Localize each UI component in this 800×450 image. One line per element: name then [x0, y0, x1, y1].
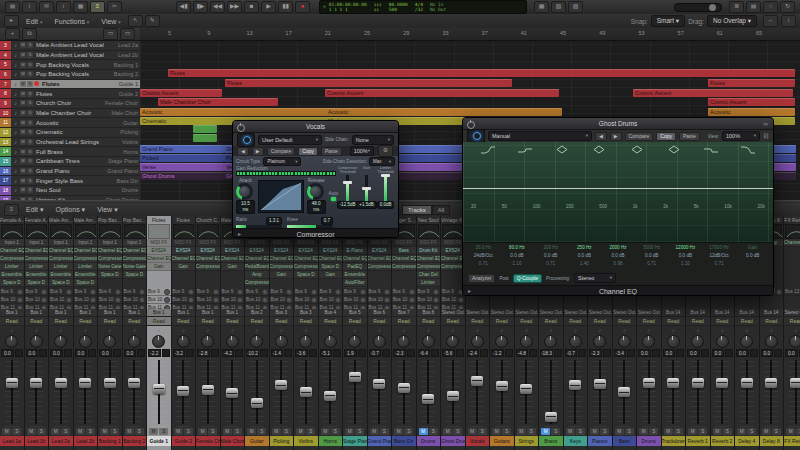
strip-fader[interactable]: [319, 357, 343, 427]
strip-channel-name[interactable]: Reverb 1: [686, 436, 710, 446]
strip-output-slot[interactable]: Bus 14: [662, 309, 686, 317]
pan-knob[interactable]: [789, 335, 800, 348]
pan-knob[interactable]: [152, 335, 165, 348]
volume-value[interactable]: -6.4: [418, 349, 431, 357]
strip-fader[interactable]: [0, 357, 24, 427]
strip-channel-name[interactable]: Lead 2b: [74, 436, 98, 446]
strip-automation-mode[interactable]: Read: [98, 317, 122, 326]
eq-band-q[interactable]: 1.10: [501, 260, 534, 268]
strip-channel-name[interactable]: Keys: [564, 436, 588, 446]
strip-automation-mode[interactable]: Read: [637, 317, 661, 326]
eq-band-frequency[interactable]: 250 Hz: [568, 244, 601, 252]
strip-send-slot[interactable]: Bus 10: [368, 296, 392, 304]
track-solo-button[interactable]: S: [27, 91, 33, 97]
strip-output-slot[interactable]: Bus 14: [760, 309, 784, 317]
add-track-button[interactable]: +: [5, 28, 20, 40]
strip-solo-button[interactable]: S: [625, 428, 634, 435]
strip-channel-name[interactable]: Vocals: [466, 436, 490, 446]
strip-input-slot[interactable]: Input 1: [98, 239, 122, 247]
strip-channel-name[interactable]: Delay 4: [735, 436, 759, 446]
strip-send-slot[interactable]: Bus 10: [392, 296, 416, 304]
strip-channel-name[interactable]: Pianos: [588, 436, 612, 446]
strip-insert-slot[interactable]: Channel EQ: [784, 239, 800, 247]
strip-fader[interactable]: [245, 357, 269, 427]
volume-value[interactable]: 0.0: [50, 349, 63, 357]
strip-output-slot[interactable]: Stereo Out: [784, 309, 800, 317]
track-solo-button[interactable]: S: [27, 62, 33, 68]
lcd-time[interactable]: 01:00:00:00.001 1 1 1: [329, 2, 367, 13]
strip-mute-button[interactable]: M: [247, 428, 256, 435]
strip-output-slot[interactable]: Stereo Out: [490, 309, 514, 317]
strip-instrument-slot[interactable]: E-Piano: [343, 247, 367, 255]
strip-automation-mode[interactable]: Read: [613, 317, 637, 326]
arrange-region[interactable]: Flutes: [225, 79, 512, 87]
strip-solo-button[interactable]: S: [429, 428, 438, 435]
send-knob[interactable]: [115, 297, 121, 303]
strip-solo-button[interactable]: S: [649, 428, 658, 435]
strip-automation-mode[interactable]: Read: [686, 317, 710, 326]
strip-insert-slot[interactable]: Compressor: [74, 255, 98, 263]
volume-value[interactable]: 0.0: [712, 349, 725, 357]
strip-fader[interactable]: [441, 357, 465, 427]
strip-insert-slot[interactable]: Space D: [74, 279, 98, 287]
strip-mute-button[interactable]: M: [370, 428, 379, 435]
fader-cap[interactable]: [741, 378, 753, 388]
strip-insert-slot[interactable]: Space D: [49, 279, 73, 287]
strip-instrument-slot[interactable]: EXS24: [294, 247, 318, 255]
strip-channel-name[interactable]: Grand Piano: [368, 436, 392, 446]
eq-band-gain[interactable]: 0.0 dB: [669, 252, 702, 260]
strip-fader[interactable]: [539, 357, 563, 427]
track-mute-button[interactable]: M: [20, 187, 26, 193]
master-volume-knob[interactable]: [709, 4, 716, 11]
strip-output-slot[interactable]: Bus 4: [319, 309, 343, 317]
track-solo-button[interactable]: S: [27, 71, 33, 77]
strip-eq-thumbnail[interactable]: [148, 224, 170, 239]
strip-send-slot[interactable]: Bus 9: [123, 288, 147, 296]
comp-sidechain-icon[interactable]: ⚙: [378, 145, 393, 157]
strip-solo-button[interactable]: S: [600, 428, 609, 435]
strip-solo-button[interactable]: S: [551, 428, 560, 435]
zoom-h-icon[interactable]: ↔: [763, 15, 778, 27]
strip-channel-name[interactable]: Picking: [270, 436, 294, 446]
eq-band-gain[interactable]: 0.0 dB: [501, 252, 534, 260]
mixer-channel-strip[interactable]: Finger S…MIDI FXBassChannel EQCompressor…: [392, 216, 417, 450]
strip-solo-button[interactable]: S: [723, 428, 732, 435]
track-mute-button[interactable]: M: [20, 168, 26, 174]
strip-channel-name[interactable]: Lead 2a: [49, 436, 73, 446]
pan-knob[interactable]: [667, 335, 680, 348]
strip-mute-button[interactable]: M: [468, 428, 477, 435]
strip-channel-name[interactable]: Drums: [637, 436, 661, 446]
fader-cap[interactable]: [373, 379, 385, 389]
pan-knob[interactable]: [397, 335, 410, 348]
comp-release-knob[interactable]: [307, 183, 324, 200]
strip-insert-slot[interactable]: Gain: [147, 263, 171, 271]
eq-analyzer-mode[interactable]: Post: [499, 276, 508, 281]
strip-eq-thumbnail[interactable]: [1, 224, 23, 239]
strip-fader[interactable]: [711, 357, 735, 427]
strip-channel-name[interactable]: Bass Gtr: [392, 436, 416, 446]
bar-ruler[interactable]: 591317212529333741454953576165: [140, 28, 800, 41]
track-solo-button[interactable]: S: [27, 168, 33, 174]
comp-slider-track[interactable]: [365, 175, 368, 201]
strip-solo-button[interactable]: S: [502, 428, 511, 435]
pan-knob[interactable]: [422, 335, 435, 348]
strip-automation-mode[interactable]: Read: [588, 317, 612, 326]
pan-knob[interactable]: [593, 335, 606, 348]
strip-instrument-slot[interactable]: Drum Kit: [417, 247, 441, 255]
pan-knob[interactable]: [495, 335, 508, 348]
strip-fader[interactable]: [466, 357, 490, 427]
fader-cap[interactable]: [618, 387, 630, 397]
strip-midi-fx-slot[interactable]: MIDI FX: [294, 239, 318, 247]
strip-mute-button[interactable]: M: [223, 428, 232, 435]
strip-insert-slot[interactable]: Channel EQ: [343, 255, 367, 263]
eq-band-gain[interactable]: 12dB/Oct: [703, 252, 736, 260]
strip-insert-slot[interactable]: Compressor: [123, 255, 147, 263]
volume-value[interactable]: -2.8: [197, 349, 210, 357]
zoom-v-icon[interactable]: ↕: [781, 15, 796, 27]
strip-mute-button[interactable]: M: [296, 428, 305, 435]
strip-automation-mode[interactable]: Read: [245, 317, 269, 326]
strip-solo-button[interactable]: S: [184, 428, 193, 435]
strip-insert-slot[interactable]: Compressor: [368, 263, 392, 271]
track-mute-button[interactable]: M: [20, 71, 26, 77]
pan-knob[interactable]: [275, 335, 288, 348]
